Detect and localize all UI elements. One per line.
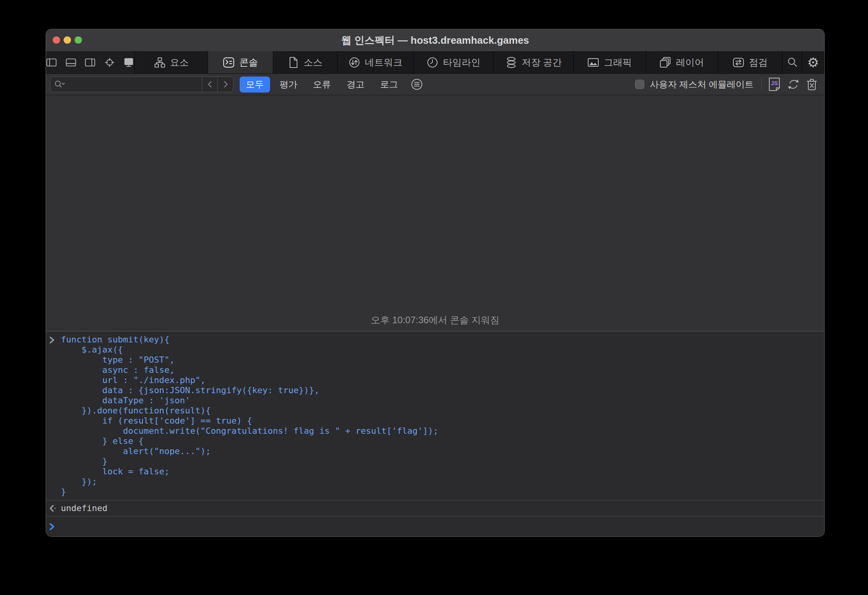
code-line: } [61,456,438,467]
code-line: lock = false; [61,467,438,477]
tab-layers[interactable]: 레이어 [646,51,718,73]
window-title: 웹 인스펙터 — host3.dreamhack.games [46,29,824,51]
element-picker-icon[interactable] [104,57,115,68]
audit-icon [733,57,744,68]
storage-icon [505,57,517,68]
elements-icon [154,57,165,68]
console-command-echo[interactable]: function submit(key){ $.ajax({ type : "P… [46,331,824,500]
chevron-right-icon [221,79,230,90]
prompt-gutter [46,522,61,531]
code-line: } else { [61,436,438,446]
user-gesture-checkbox[interactable] [635,80,644,89]
trash-icon [806,78,818,91]
inspector-tab-bar: 요소 콘솔 소스 네트워크 타임라인 저장 공간 그래픽 레이어 [46,51,824,73]
input-prompt-icon [49,522,55,531]
dock-bottom-icon[interactable] [66,57,76,68]
tab-label: 그래픽 [604,56,632,69]
tab-network[interactable]: 네트워크 [338,51,414,73]
user-gesture-label: 사용자 제스처 에뮬레이트 [650,78,754,91]
js-context-button[interactable]: JS [767,77,781,92]
find-previous-button[interactable] [202,77,217,92]
tab-label: 타임라인 [443,56,480,69]
tab-label: 네트워크 [365,56,402,69]
console-icon [223,57,235,68]
find-next-button[interactable] [217,77,233,92]
console-input-row[interactable] [46,517,824,536]
device-emulation-icon[interactable] [123,57,134,68]
dock-controls [46,51,135,73]
js-badge-icon: JS [767,77,781,92]
refresh-icon [787,78,800,91]
code-line: function submit(key){ [61,335,438,345]
network-icon [349,57,360,68]
search-field[interactable] [50,77,202,92]
tab-timelines[interactable]: 타임라인 [414,51,494,73]
console-output-area[interactable]: 오후 10:07:36에서 콘솔 지워짐 [46,95,824,331]
tab-label: 저장 공간 [522,56,562,69]
scope-all[interactable]: 모두 [240,77,270,93]
scope-logs[interactable]: 로그 [374,77,404,93]
command-code: function submit(key){ $.ajax({ type : "P… [61,335,438,497]
tab-sources[interactable]: 소스 [273,51,338,73]
chevron-left-icon [205,79,215,90]
code-line: if (result['code'] == true) { [61,416,438,426]
clear-console-button[interactable] [806,78,818,91]
dock-right-icon[interactable] [85,57,96,68]
code-line: url : "./index.php", [61,375,438,385]
command-gutter [46,335,61,497]
command-prompt-icon [49,336,55,344]
tab-label: 소스 [304,56,322,69]
code-line: type : "POST", [61,355,438,365]
scope-warnings[interactable]: 경고 [340,77,371,93]
tab-storage[interactable]: 저장 공간 [494,51,574,73]
console-cleared-message: 오후 10:07:36에서 콘솔 지워짐 [46,314,824,326]
search-icon [786,57,798,68]
code-line: data : {json:JSON.stringify({key: true})… [61,385,438,395]
graphics-icon [587,57,599,68]
scope-menu-button[interactable] [411,78,423,91]
title-bar: 웹 인스펙터 — host3.dreamhack.games [46,29,824,51]
tab-elements[interactable]: 요소 [135,51,208,73]
code-line: }).done(function(result){ [61,406,438,416]
gear-icon: ⚙ [807,56,819,69]
code-line: $.ajax({ [61,345,438,355]
code-line: } [61,487,438,497]
tab-search[interactable] [783,51,802,73]
divider [761,78,762,90]
code-line: }); [61,477,438,487]
code-line: alert("nope..."); [61,446,438,456]
code-line: dataType : 'json' [61,395,438,406]
sources-icon [288,57,299,68]
console-result-row[interactable]: undefined [46,500,824,517]
console-filter-bar: 모두 평가 오류 경고 로그 사용자 제스처 에뮬레이트 JS [46,73,824,95]
search-magnifier-icon [54,80,65,89]
result-arrow-icon [49,504,57,513]
result-gutter [46,504,61,513]
tab-settings[interactable]: ⚙ [802,51,824,73]
filter-bar-right: 사용자 제스처 에뮬레이트 JS [635,77,824,92]
scope-errors[interactable]: 오류 [307,77,337,93]
dock-left-icon[interactable] [46,57,57,68]
hamburger-circle-icon [411,78,423,91]
result-value: undefined [61,503,107,513]
code-line: document.write("Congratulations! flag is… [61,426,438,436]
search-group [50,77,233,92]
svg-text:JS: JS [771,80,778,86]
tab-label: 콘솔 [239,56,258,69]
web-inspector-window: 웹 인스펙터 — host3.dreamhack.games 요소 콘솔 소스 … [46,29,824,536]
tab-label: 레이어 [676,56,704,69]
code-line: async : false, [61,365,438,375]
reload-button[interactable] [787,78,800,91]
tab-label: 점검 [749,56,768,69]
search-input[interactable] [66,77,202,92]
layers-icon [660,57,671,68]
timelines-icon [427,57,438,68]
scope-bar: 모두 평가 오류 경고 로그 [240,77,423,93]
tab-console[interactable]: 콘솔 [208,51,273,73]
tab-graphics[interactable]: 그래픽 [574,51,646,73]
tab-label: 요소 [170,56,189,69]
tab-audit[interactable]: 점검 [718,51,783,73]
scope-evaluations[interactable]: 평가 [273,77,304,93]
